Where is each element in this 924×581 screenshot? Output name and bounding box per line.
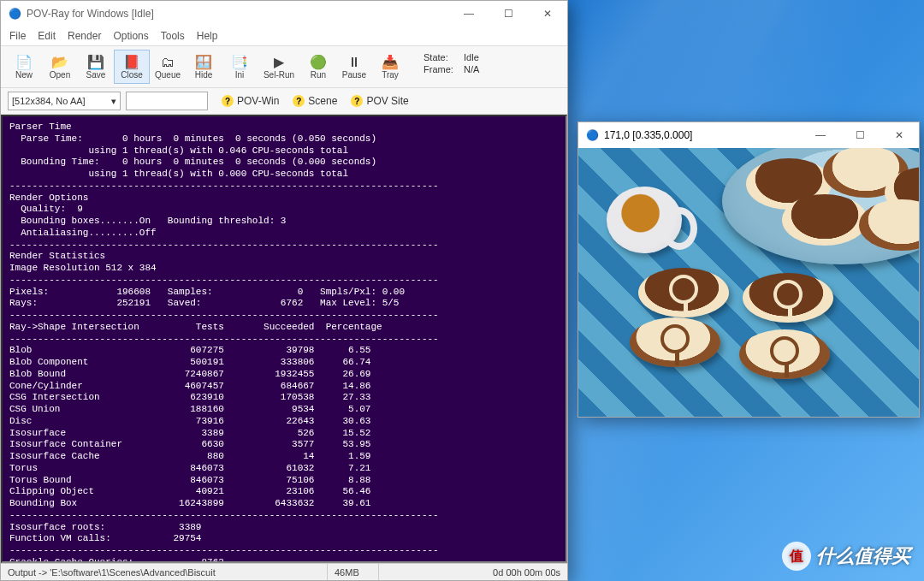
tray-icon: 📥 — [382, 55, 399, 70]
biscuit-tin — [722, 148, 919, 264]
status-mem: 46MB — [328, 564, 379, 580]
toolbar-new-button[interactable]: 📄New — [6, 50, 42, 84]
question-icon: ? — [222, 95, 234, 107]
status-panel: State: Idle Frame: N/A — [417, 50, 486, 78]
status-output: Output -> 'E:\software\1\Scenes\Advanced… — [1, 564, 328, 580]
secondary-toolbar: [512x384, No AA]▾ ?POV-Win ?Scene ?POV S… — [1, 88, 567, 115]
menu-edit[interactable]: Edit — [38, 30, 56, 42]
toolbar-pause-button[interactable]: ⏸Pause — [336, 50, 372, 84]
close-icon: 📕 — [123, 55, 140, 70]
toolbar-selrun-button[interactable]: ▶Sel-Run — [258, 50, 300, 84]
question-icon: ? — [351, 95, 363, 107]
close-button[interactable]: ✕ — [528, 1, 567, 27]
menu-options[interactable]: Options — [113, 30, 148, 42]
render-image — [578, 148, 919, 417]
help-scene[interactable]: ?Scene — [293, 95, 337, 107]
menu-file[interactable]: File — [9, 30, 26, 42]
status-time: 0d 00h 00m 00s — [379, 564, 567, 580]
resolution-preset-combo[interactable]: [512x384, No AA]▾ — [8, 92, 121, 110]
selrun-icon: ▶ — [274, 55, 284, 70]
watermark-badge-icon: 值 — [782, 542, 811, 571]
menubar: File Edit Render Options Tools Help — [1, 27, 567, 45]
teacup — [607, 187, 682, 253]
render-minimize-button[interactable]: ― — [801, 122, 840, 148]
app-icon: 🔵 — [8, 7, 21, 21]
render-title: 171,0 [0.335,0.000] — [604, 129, 692, 141]
menu-render[interactable]: Render — [68, 30, 101, 42]
toolbar-save-button[interactable]: 💾Save — [78, 50, 114, 84]
render-app-icon: 🔵 — [585, 128, 599, 142]
render-close-button[interactable]: ✕ — [880, 122, 919, 148]
maximize-button[interactable]: ☐ — [489, 1, 528, 27]
menu-tools[interactable]: Tools — [161, 30, 185, 42]
statusbar: Output -> 'E:\software\1\Scenes\Advanced… — [1, 563, 567, 580]
menu-help[interactable]: Help — [197, 30, 218, 42]
hide-icon: 🪟 — [195, 55, 212, 70]
main-titlebar[interactable]: 🔵 POV-Ray for Windows [Idle] ― ☐ ✕ — [1, 1, 567, 27]
run-icon: 🟢 — [310, 55, 327, 70]
queue-icon: 🗂 — [161, 55, 175, 70]
toolbar-hide-button[interactable]: 🪟Hide — [186, 50, 222, 84]
save-icon: 💾 — [87, 55, 104, 70]
open-icon: 📂 — [51, 55, 68, 70]
main-toolbar: 📄New📂Open💾Save📕Close🗂Queue🪟Hide📑Ini▶Sel-… — [1, 45, 567, 88]
command-textbox[interactable] — [126, 92, 208, 110]
biscuit-choc-2 — [743, 273, 833, 323]
render-console[interactable]: Parser Time Parse Time: 0 hours 0 minute… — [1, 115, 567, 563]
toolbar-tray-button[interactable]: 📥Tray — [372, 50, 408, 84]
render-output-window: 🔵 171,0 [0.335,0.000] ― ☐ ✕ — [578, 122, 920, 418]
help-povsite[interactable]: ?POV Site — [351, 95, 408, 107]
toolbar-close-button[interactable]: 📕Close — [114, 50, 150, 84]
povray-main-window: 🔵 POV-Ray for Windows [Idle] ― ☐ ✕ File … — [0, 0, 568, 581]
new-icon: 📄 — [15, 55, 33, 70]
help-povwin[interactable]: ?POV-Win — [222, 95, 279, 107]
minimize-button[interactable]: ― — [449, 1, 489, 27]
ini-icon: 📑 — [231, 55, 248, 70]
render-titlebar[interactable]: 🔵 171,0 [0.335,0.000] ― ☐ ✕ — [578, 122, 919, 148]
biscuit-choc-1 — [638, 268, 729, 317]
question-icon: ? — [293, 95, 305, 107]
frame-value: N/A — [464, 64, 479, 74]
biscuit-vanilla-1 — [630, 317, 720, 367]
main-title: POV-Ray for Windows [Idle] — [27, 8, 154, 20]
chevron-down-icon: ▾ — [111, 96, 116, 107]
watermark: 值 什么值得买 — [782, 542, 910, 571]
render-maximize-button[interactable]: ☐ — [840, 122, 880, 148]
toolbar-queue-button[interactable]: 🗂Queue — [150, 50, 186, 84]
toolbar-run-button[interactable]: 🟢Run — [300, 50, 336, 84]
toolbar-ini-button[interactable]: 📑Ini — [222, 50, 258, 84]
toolbar-open-button[interactable]: 📂Open — [42, 50, 78, 84]
state-value: Idle — [464, 52, 479, 62]
pause-icon: ⏸ — [347, 55, 361, 70]
biscuit-vanilla-2 — [739, 329, 830, 379]
